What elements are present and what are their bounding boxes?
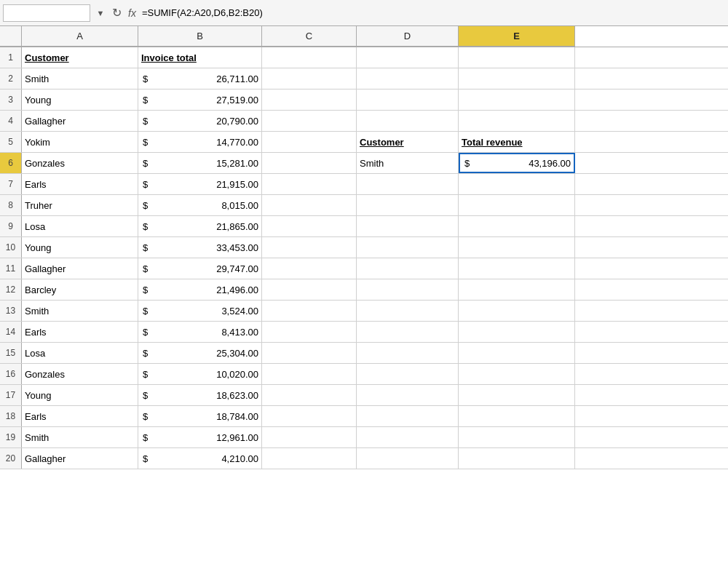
cell-D14[interactable]: [357, 322, 459, 342]
cell-reference-box[interactable]: [3, 4, 90, 22]
cell-C16[interactable]: [262, 364, 357, 384]
cell-E6[interactable]: $43,196.00: [459, 153, 575, 173]
cell-D19[interactable]: [357, 427, 459, 447]
cell-C7[interactable]: [262, 174, 357, 194]
cell-C10[interactable]: [262, 237, 357, 258]
cell-E7[interactable]: [459, 174, 575, 194]
cell-D4[interactable]: [357, 111, 459, 131]
dropdown-arrow-icon[interactable]: ▼: [93, 9, 108, 17]
cell-C3[interactable]: [262, 89, 357, 110]
cell-B18[interactable]: $18,784.00: [138, 406, 262, 426]
cell-E19[interactable]: [459, 427, 575, 447]
cell-D3[interactable]: [357, 89, 459, 110]
cell-B14[interactable]: $8,413.00: [138, 322, 262, 342]
cell-D18[interactable]: [357, 406, 459, 426]
cell-E5[interactable]: Total revenue: [459, 132, 575, 152]
cell-E10[interactable]: [459, 237, 575, 258]
col-header-E[interactable]: E: [459, 26, 575, 47]
cell-D13[interactable]: [357, 301, 459, 321]
cell-E13[interactable]: [459, 301, 575, 321]
cell-E11[interactable]: [459, 258, 575, 279]
cell-A5[interactable]: Yokim: [22, 132, 138, 152]
cell-D12[interactable]: [357, 279, 459, 300]
cell-A16[interactable]: Gonzales: [22, 364, 138, 384]
cell-B8[interactable]: $8,015.00: [138, 195, 262, 215]
cell-A3[interactable]: Young: [22, 89, 138, 110]
cell-C12[interactable]: [262, 279, 357, 300]
cell-C2[interactable]: [262, 68, 357, 89]
cell-E18[interactable]: [459, 406, 575, 426]
cell-E4[interactable]: [459, 111, 575, 131]
cell-E8[interactable]: [459, 195, 575, 215]
cell-C17[interactable]: [262, 385, 357, 405]
cell-A1[interactable]: Customer: [22, 47, 138, 68]
cell-A7[interactable]: Earls: [22, 174, 138, 194]
cell-B6[interactable]: $15,281.00: [138, 153, 262, 173]
cell-A17[interactable]: Young: [22, 385, 138, 405]
cell-A20[interactable]: Gallagher: [22, 448, 138, 469]
cell-B11[interactable]: $29,747.00: [138, 258, 262, 279]
cell-E17[interactable]: [459, 385, 575, 405]
cell-E12[interactable]: [459, 279, 575, 300]
cell-A6[interactable]: Gonzales: [22, 153, 138, 173]
formula-input[interactable]: [142, 7, 725, 18]
cell-B5[interactable]: $14,770.00: [138, 132, 262, 152]
col-header-B[interactable]: B: [138, 26, 262, 47]
cell-A10[interactable]: Young: [22, 237, 138, 258]
refresh-icon[interactable]: ↻: [108, 6, 125, 20]
cell-B9[interactable]: $21,865.00: [138, 216, 262, 236]
cell-C14[interactable]: [262, 322, 357, 342]
cell-C5[interactable]: [262, 132, 357, 152]
cell-E14[interactable]: [459, 322, 575, 342]
cell-A18[interactable]: Earls: [22, 406, 138, 426]
cell-D9[interactable]: [357, 216, 459, 236]
cell-C4[interactable]: [262, 111, 357, 131]
cell-A8[interactable]: Truher: [22, 195, 138, 215]
cell-B4[interactable]: $20,790.00: [138, 111, 262, 131]
cell-E16[interactable]: [459, 364, 575, 384]
cell-B12[interactable]: $21,496.00: [138, 279, 262, 300]
cell-C6[interactable]: [262, 153, 357, 173]
cell-E15[interactable]: [459, 343, 575, 363]
col-header-A[interactable]: A: [22, 26, 138, 47]
cell-C15[interactable]: [262, 343, 357, 363]
cell-B15[interactable]: $25,304.00: [138, 343, 262, 363]
cell-A15[interactable]: Losa: [22, 343, 138, 363]
col-header-D[interactable]: D: [357, 26, 459, 47]
cell-E3[interactable]: [459, 89, 575, 110]
cell-A2[interactable]: Smith: [22, 68, 138, 89]
cell-C9[interactable]: [262, 216, 357, 236]
cell-A14[interactable]: Earls: [22, 322, 138, 342]
cell-C8[interactable]: [262, 195, 357, 215]
cell-E2[interactable]: [459, 68, 575, 89]
cell-C18[interactable]: [262, 406, 357, 426]
cell-D8[interactable]: [357, 195, 459, 215]
cell-B1[interactable]: Invoice total: [138, 47, 262, 68]
cell-D16[interactable]: [357, 364, 459, 384]
cell-B2[interactable]: $26,711.00: [138, 68, 262, 89]
cell-D15[interactable]: [357, 343, 459, 363]
cell-A9[interactable]: Losa: [22, 216, 138, 236]
cell-A12[interactable]: Barcley: [22, 279, 138, 300]
cell-D7[interactable]: [357, 174, 459, 194]
cell-D5[interactable]: Customer: [357, 132, 459, 152]
cell-B13[interactable]: $3,524.00: [138, 301, 262, 321]
cell-D6[interactable]: Smith: [357, 153, 459, 173]
cell-A11[interactable]: Gallagher: [22, 258, 138, 279]
cell-A19[interactable]: Smith: [22, 427, 138, 447]
cell-B7[interactable]: $21,915.00: [138, 174, 262, 194]
cell-D11[interactable]: [357, 258, 459, 279]
cell-A13[interactable]: Smith: [22, 301, 138, 321]
cell-D2[interactable]: [357, 68, 459, 89]
cell-B16[interactable]: $10,020.00: [138, 364, 262, 384]
col-header-C[interactable]: C: [262, 26, 357, 47]
cell-D10[interactable]: [357, 237, 459, 258]
cell-D20[interactable]: [357, 448, 459, 469]
cell-E9[interactable]: [459, 216, 575, 236]
cell-C1[interactable]: [262, 47, 357, 68]
cell-E20[interactable]: [459, 448, 575, 469]
cell-B3[interactable]: $27,519.00: [138, 89, 262, 110]
cell-D1[interactable]: [357, 47, 459, 68]
cell-B20[interactable]: $4,210.00: [138, 448, 262, 469]
cell-B10[interactable]: $33,453.00: [138, 237, 262, 258]
